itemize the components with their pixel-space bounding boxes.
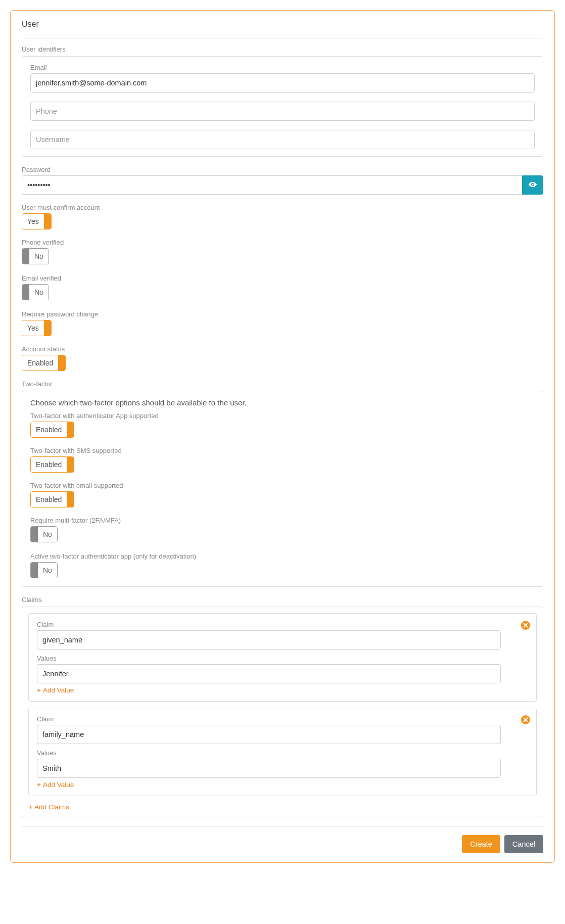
identifiers-group: Email (22, 56, 543, 157)
page-title: User (22, 20, 543, 34)
add-value-label: Add Value (43, 686, 74, 694)
account-status-label: Account status (22, 345, 543, 353)
divider (22, 38, 543, 38)
tf-app-toggle[interactable]: Enabled (30, 422, 74, 438)
must-confirm-toggle[interactable]: Yes (22, 213, 52, 229)
claim-name-input[interactable] (37, 630, 501, 650)
password-label: Password (22, 166, 543, 173)
claim-name-input[interactable] (37, 725, 501, 744)
password-input[interactable] (22, 175, 522, 195)
account-status-toggle[interactable]: Enabled (22, 355, 66, 371)
account-status-value: Enabled (22, 355, 58, 371)
email-input[interactable] (30, 73, 535, 93)
tf-sms-label: Two-factor with SMS supported (30, 447, 535, 454)
tf-active-app-value: No (38, 563, 57, 578)
require-pw-change-toggle[interactable]: Yes (22, 320, 52, 336)
claim-value-input[interactable] (37, 664, 501, 683)
values-label: Values (37, 749, 501, 757)
plus-icon: + (37, 686, 41, 694)
claim-value-input[interactable] (37, 759, 501, 778)
tf-app-value: Enabled (31, 422, 67, 437)
remove-claim-button[interactable] (521, 621, 530, 630)
email-label: Email (30, 64, 535, 71)
values-label: Values (37, 655, 501, 662)
claims-group: Claim Values + Add Value Claim Values (22, 607, 543, 817)
email-verified-label: Email verified (22, 274, 543, 282)
close-icon (523, 621, 528, 629)
claim-label: Claim (37, 715, 501, 723)
remove-claim-button[interactable] (521, 715, 530, 724)
tf-sms-toggle[interactable]: Enabled (30, 456, 74, 473)
plus-icon: + (28, 803, 32, 811)
email-verified-toggle[interactable]: No (22, 284, 49, 300)
tf-active-app-toggle[interactable]: No (30, 562, 58, 578)
claims-legend: Claims (22, 596, 543, 604)
create-button[interactable]: Create (462, 835, 500, 853)
two-factor-group: Choose which two-factor options should b… (22, 391, 543, 587)
tf-require-mfa-value: No (38, 527, 57, 542)
add-value-link[interactable]: + Add Value (37, 781, 74, 789)
tf-email-value: Enabled (31, 492, 67, 507)
eye-icon (528, 180, 537, 191)
must-confirm-value: Yes (22, 214, 44, 229)
identifiers-legend: User identifiers (22, 45, 543, 53)
add-value-link[interactable]: + Add Value (37, 686, 74, 694)
form-footer: Create Cancel (22, 826, 543, 853)
plus-icon: + (37, 781, 41, 789)
email-verified-value: No (29, 285, 49, 300)
tf-email-label: Two-factor with email supported (30, 482, 535, 489)
claim-item: Claim Values + Add Value (28, 613, 537, 702)
tf-app-label: Two-factor with authenticator App suppor… (30, 412, 535, 420)
require-pw-change-label: Require password change (22, 310, 543, 318)
tf-sms-value: Enabled (31, 457, 67, 472)
must-confirm-label: User must confirm account (22, 204, 543, 211)
claim-item: Claim Values + Add Value (28, 708, 537, 796)
tf-require-mfa-label: Require multi-factor (2FA/MFA) (30, 517, 535, 524)
username-input[interactable] (30, 130, 535, 149)
phone-verified-label: Phone verified (22, 239, 543, 246)
cancel-button[interactable]: Cancel (504, 835, 543, 853)
user-form-page: User User identifiers Email Password Use… (10, 10, 555, 863)
require-pw-change-value: Yes (22, 320, 44, 336)
add-value-label: Add Value (43, 781, 74, 789)
tf-require-mfa-toggle[interactable]: No (30, 526, 58, 542)
two-factor-note: Choose which two-factor options should b… (30, 398, 535, 407)
phone-verified-value: No (29, 249, 49, 264)
phone-input[interactable] (30, 102, 535, 121)
toggle-password-visibility[interactable] (522, 175, 543, 195)
phone-verified-toggle[interactable]: No (22, 248, 49, 264)
add-claims-label: Add Claims (34, 803, 69, 811)
close-icon (523, 716, 528, 724)
tf-active-app-label: Active two-factor authenticator app (onl… (30, 552, 535, 560)
tf-email-toggle[interactable]: Enabled (30, 491, 74, 507)
add-claims-link[interactable]: + Add Claims (28, 803, 69, 811)
two-factor-legend: Two-factor (22, 380, 543, 388)
claim-label: Claim (37, 621, 501, 628)
